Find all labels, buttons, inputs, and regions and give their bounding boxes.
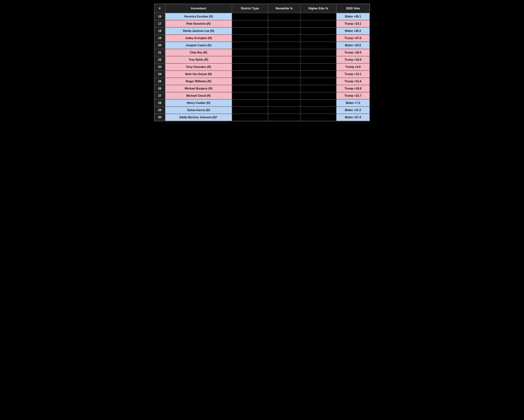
row-number: 30 <box>154 114 165 121</box>
nonwhite-pct <box>268 56 300 63</box>
row-number: 19 <box>154 35 165 42</box>
table-row: 30Eddie Bernice Johnson (D)*Biden +57.4 <box>154 114 370 121</box>
nonwhite-pct <box>268 13 300 20</box>
vote-result: Trump +23.1 <box>336 20 370 27</box>
higher-edu-pct <box>300 56 336 63</box>
higher-edu-pct <box>300 78 336 85</box>
nonwhite-pct <box>268 85 300 92</box>
table-row: 19Jodey Arrington (R)Trump +47.0 <box>154 35 370 42</box>
vote-result: Biden +57.4 <box>336 114 370 121</box>
higher-edu-pct <box>300 42 336 49</box>
row-number: 23 <box>154 63 165 71</box>
nonwhite-pct <box>268 49 300 56</box>
nonwhite-pct <box>268 42 300 49</box>
table-row: 16Veronica Escobar (D)Biden +36.1 <box>154 13 370 20</box>
main-table: # Incumbent District Type Nonwhite % Hig… <box>154 4 370 121</box>
higher-edu-pct <box>300 27 336 35</box>
higher-edu-pct <box>300 71 336 78</box>
vote-result: Biden +33.6 <box>336 42 370 49</box>
row-number: 17 <box>154 20 165 27</box>
vote-result: Biden +37.2 <box>336 107 370 114</box>
higher-edu-pct <box>300 13 336 20</box>
district-type <box>232 20 268 27</box>
vote-result: Biden +36.1 <box>336 13 370 20</box>
incumbent-name: Tony Gonzales (R) <box>165 63 232 71</box>
district-type <box>232 92 268 99</box>
vote-result: Biden +49.3 <box>336 27 370 35</box>
col-header-district-type: District Type <box>232 4 268 13</box>
higher-edu-pct <box>300 35 336 42</box>
table-row: 27Michael Cloud (R)Trump +22.7 <box>154 92 370 99</box>
district-type <box>232 99 268 107</box>
higher-edu-pct <box>300 49 336 56</box>
row-number: 24 <box>154 71 165 78</box>
vote-result: Trump +6.9 <box>336 63 370 71</box>
district-type <box>232 49 268 56</box>
district-type <box>232 114 268 121</box>
table-row: 20Joaquin Castro (D)Biden +33.6 <box>154 42 370 49</box>
higher-edu-pct <box>300 92 336 99</box>
incumbent-name: Veronica Escobar (D) <box>165 13 232 20</box>
incumbent-name: Michael Burgess (R) <box>165 85 232 92</box>
row-number: 25 <box>154 78 165 85</box>
district-type <box>232 63 268 71</box>
higher-edu-pct <box>300 85 336 92</box>
incumbent-name: Pete Sessions (R) <box>165 20 232 27</box>
table-row: 25Roger Williams (R)Trump +31.6 <box>154 78 370 85</box>
district-type <box>232 13 268 20</box>
higher-edu-pct <box>300 20 336 27</box>
district-type <box>232 42 268 49</box>
incumbent-name: Jodey Arrington (R) <box>165 35 232 42</box>
incumbent-name: Joaquin Castro (D) <box>165 42 232 49</box>
col-header-incumbent: Incumbent <box>165 4 232 13</box>
district-type <box>232 27 268 35</box>
row-number: 26 <box>154 85 165 92</box>
nonwhite-pct <box>268 107 300 114</box>
vote-result: Trump +20.0 <box>336 49 370 56</box>
vote-result: Trump +12.1 <box>336 71 370 78</box>
incumbent-name: Chip Roy (R) <box>165 49 232 56</box>
district-type <box>232 56 268 63</box>
higher-edu-pct <box>300 63 336 71</box>
nonwhite-pct <box>268 71 300 78</box>
vote-result: Trump +31.6 <box>336 78 370 85</box>
nonwhite-pct <box>268 114 300 121</box>
vote-result: Trump +22.7 <box>336 92 370 99</box>
table-row: 28Henry Cuellar (D)Biden +7.2 <box>154 99 370 107</box>
row-number: 16 <box>154 13 165 20</box>
row-number: 20 <box>154 42 165 49</box>
table-row: 24Beth Van Duyne (R)Trump +12.1 <box>154 71 370 78</box>
row-number: 22 <box>154 56 165 63</box>
incumbent-name: Eddie Bernice Johnson (D)* <box>165 114 232 121</box>
table-row: 29Sylvia Garcia (D)Biden +37.2 <box>154 107 370 114</box>
vote-result: Trump +47.0 <box>336 35 370 42</box>
nonwhite-pct <box>268 92 300 99</box>
nonwhite-pct <box>268 99 300 107</box>
nonwhite-pct <box>268 35 300 42</box>
vote-result: Biden +7.2 <box>336 99 370 107</box>
incumbent-name: Sylvia Garcia (D) <box>165 107 232 114</box>
incumbent-name: Roger Williams (R) <box>165 78 232 85</box>
nonwhite-pct <box>268 20 300 27</box>
row-number: 21 <box>154 49 165 56</box>
table-row: 26Michael Burgess (R)Trump +18.8 <box>154 85 370 92</box>
incumbent-name: Henry Cuellar (D) <box>165 99 232 107</box>
col-header-num: # <box>154 4 165 13</box>
district-type <box>232 85 268 92</box>
col-header-2020-vote: 2020 Vote <box>336 4 370 13</box>
district-type <box>232 35 268 42</box>
higher-edu-pct <box>300 107 336 114</box>
higher-edu-pct <box>300 114 336 121</box>
table-row: 18Sheila Jackson Lee (D)Biden +49.3 <box>154 27 370 35</box>
incumbent-name: Sheila Jackson Lee (D) <box>165 27 232 35</box>
table-row: 17Pete Sessions (R)Trump +23.1 <box>154 20 370 27</box>
table-row: 23Tony Gonzales (R)Trump +6.9 <box>154 63 370 71</box>
district-type <box>232 107 268 114</box>
col-header-higher-edu: Higher Edu % <box>300 4 336 13</box>
nonwhite-pct <box>268 78 300 85</box>
header-row: # Incumbent District Type Nonwhite % Hig… <box>154 4 370 13</box>
row-number: 28 <box>154 99 165 107</box>
vote-result: Trump +16.0 <box>336 56 370 63</box>
col-header-nonwhite: Nonwhite % <box>268 4 300 13</box>
higher-edu-pct <box>300 99 336 107</box>
